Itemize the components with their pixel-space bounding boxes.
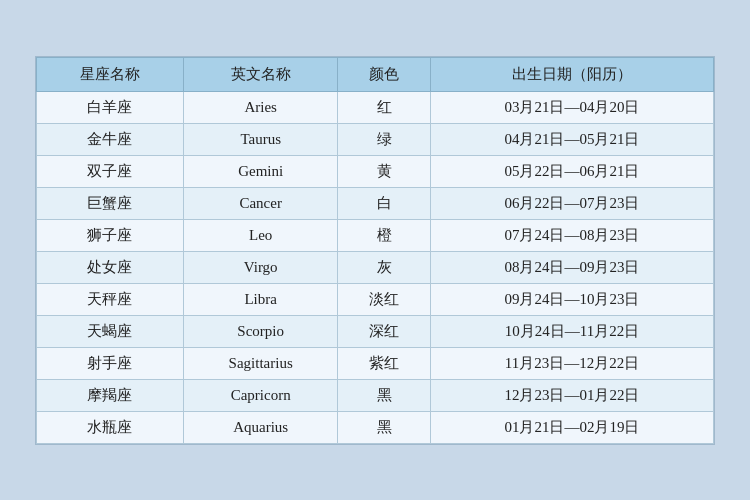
cell-english-name: Aries [183,91,338,123]
cell-chinese-name: 金牛座 [37,123,184,155]
table-row: 狮子座Leo橙07月24日—08月23日 [37,219,714,251]
table-row: 天秤座Libra淡红09月24日—10月23日 [37,283,714,315]
cell-dates: 11月23日—12月22日 [430,347,713,379]
cell-english-name: Virgo [183,251,338,283]
cell-dates: 12月23日—01月22日 [430,379,713,411]
header-english-name: 英文名称 [183,57,338,91]
cell-chinese-name: 射手座 [37,347,184,379]
cell-dates: 04月21日—05月21日 [430,123,713,155]
cell-english-name: Taurus [183,123,338,155]
header-chinese-name: 星座名称 [37,57,184,91]
zodiac-table: 星座名称 英文名称 颜色 出生日期（阳历） 白羊座Aries红03月21日—04… [36,57,714,444]
cell-english-name: Sagittarius [183,347,338,379]
cell-color: 白 [338,187,431,219]
table-body: 白羊座Aries红03月21日—04月20日金牛座Taurus绿04月21日—0… [37,91,714,443]
cell-chinese-name: 巨蟹座 [37,187,184,219]
cell-color: 橙 [338,219,431,251]
cell-color: 黄 [338,155,431,187]
cell-chinese-name: 天蝎座 [37,315,184,347]
cell-english-name: Leo [183,219,338,251]
cell-chinese-name: 双子座 [37,155,184,187]
zodiac-table-container: 星座名称 英文名称 颜色 出生日期（阳历） 白羊座Aries红03月21日—04… [35,56,715,445]
cell-color: 绿 [338,123,431,155]
header-color: 颜色 [338,57,431,91]
cell-dates: 06月22日—07月23日 [430,187,713,219]
cell-english-name: Capricorn [183,379,338,411]
cell-dates: 08月24日—09月23日 [430,251,713,283]
cell-dates: 03月21日—04月20日 [430,91,713,123]
table-row: 双子座Gemini黄05月22日—06月21日 [37,155,714,187]
cell-english-name: Scorpio [183,315,338,347]
cell-chinese-name: 水瓶座 [37,411,184,443]
table-row: 巨蟹座Cancer白06月22日—07月23日 [37,187,714,219]
cell-color: 淡红 [338,283,431,315]
cell-dates: 05月22日—06月21日 [430,155,713,187]
cell-color: 紫红 [338,347,431,379]
cell-color: 红 [338,91,431,123]
cell-chinese-name: 白羊座 [37,91,184,123]
cell-chinese-name: 摩羯座 [37,379,184,411]
table-header-row: 星座名称 英文名称 颜色 出生日期（阳历） [37,57,714,91]
cell-english-name: Gemini [183,155,338,187]
cell-chinese-name: 狮子座 [37,219,184,251]
table-row: 金牛座Taurus绿04月21日—05月21日 [37,123,714,155]
cell-chinese-name: 天秤座 [37,283,184,315]
cell-english-name: Libra [183,283,338,315]
table-row: 白羊座Aries红03月21日—04月20日 [37,91,714,123]
table-row: 水瓶座Aquarius黑01月21日—02月19日 [37,411,714,443]
table-row: 射手座Sagittarius紫红11月23日—12月22日 [37,347,714,379]
cell-color: 灰 [338,251,431,283]
cell-color: 深红 [338,315,431,347]
cell-dates: 01月21日—02月19日 [430,411,713,443]
table-row: 天蝎座Scorpio深红10月24日—11月22日 [37,315,714,347]
cell-dates: 07月24日—08月23日 [430,219,713,251]
cell-english-name: Aquarius [183,411,338,443]
header-dates: 出生日期（阳历） [430,57,713,91]
cell-color: 黑 [338,411,431,443]
cell-chinese-name: 处女座 [37,251,184,283]
cell-english-name: Cancer [183,187,338,219]
table-row: 处女座Virgo灰08月24日—09月23日 [37,251,714,283]
cell-color: 黑 [338,379,431,411]
cell-dates: 10月24日—11月22日 [430,315,713,347]
cell-dates: 09月24日—10月23日 [430,283,713,315]
table-row: 摩羯座Capricorn黑12月23日—01月22日 [37,379,714,411]
